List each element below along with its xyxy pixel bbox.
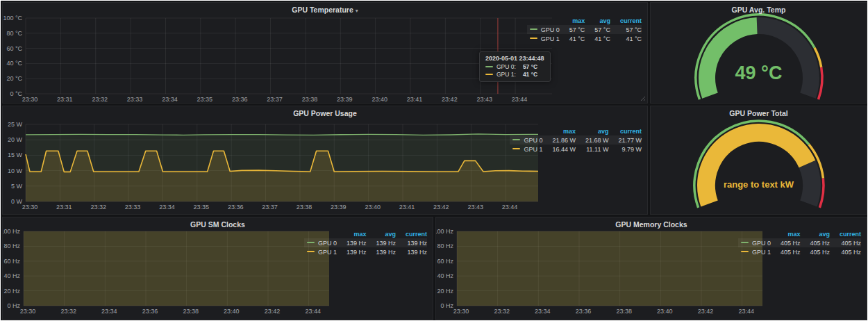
legend-series-gpu-0[interactable]: GPU 0	[738, 238, 771, 247]
tooltip-series-value: 41 °C	[523, 71, 537, 78]
legend-value: 405 Hz	[830, 247, 861, 256]
tooltip-timestamp: 2020-05-01 23:44:48	[485, 55, 544, 62]
gpu_power_usage-plot[interactable]: 0 W5 W10 W15 W20 W25 W23:3023:3123:3223:…	[3, 106, 647, 214]
x-axis-tick: 23:37	[262, 204, 278, 211]
legend-row: GPU 1405 Hz405 Hz405 Hz	[738, 247, 861, 256]
legend-row: GPU 0405 Hz405 Hz405 Hz	[738, 238, 861, 247]
x-axis-tick: 23:42	[442, 96, 458, 103]
x-axis-tick: 23:31	[56, 204, 72, 211]
chevron-down-icon[interactable]: ▾	[356, 8, 358, 14]
series-dash-icon	[307, 242, 315, 243]
y-axis-tick: 10 W	[8, 167, 23, 174]
legend-value: 405 Hz	[771, 247, 801, 256]
panel-header-gpu-temperature[interactable]: GPU Temperature▾	[3, 3, 647, 14]
y-axis-tick: 40 Hz	[437, 272, 453, 279]
legend-series-gpu-0[interactable]: GPU 0	[510, 135, 542, 145]
x-axis-tick: 23:33	[127, 96, 143, 103]
panel-title[interactable]: GPU SM Clocks	[190, 220, 245, 229]
panel-title[interactable]: GPU Power Usage	[293, 109, 357, 117]
y-axis-tick: 15 W	[8, 151, 23, 158]
legend-value: 57 °C	[610, 25, 642, 34]
series-layer	[24, 231, 329, 306]
x-axis-tick: 23:36	[228, 204, 244, 211]
gauge-value: 49 °C	[651, 63, 867, 84]
tooltip-row: GPU 1:41 °C	[485, 71, 544, 78]
panel-gpu-temperature: GPU Temperature▾ 0 °C20 °C40 °C60 °C80 °…	[2, 2, 648, 104]
x-axis-tick: 23:38	[616, 308, 632, 315]
x-axis-tick: 23:36	[232, 96, 248, 103]
legend-row: GPU 021.86 W21.68 W21.77 W	[510, 135, 642, 145]
series-dash-icon	[741, 251, 749, 252]
legend-row: GPU 141 °C41 °C41 °C	[527, 34, 642, 43]
legend-series-gpu-1[interactable]: GPU 1	[304, 247, 337, 256]
legend-value: 405 Hz	[771, 238, 801, 247]
x-axis-tick: 23:40	[372, 96, 387, 103]
series-dash-icon	[485, 74, 493, 75]
y-axis-tick: 20 Hz	[3, 288, 20, 295]
y-axis-tick: 0 Hz	[7, 302, 20, 309]
legend-col-spacer	[738, 230, 771, 238]
panel-resize-handle[interactable]	[640, 96, 646, 101]
x-axis-tick: 23:42	[698, 308, 714, 315]
x-axis-tick: 23:34	[101, 308, 117, 315]
legend-col-header-max[interactable]: max	[771, 230, 801, 238]
y-axis-tick: 40 Hz	[3, 272, 20, 279]
legend-gpu-sm-clocks: maxavgcurrentGPU 0139 Hz139 Hz139 HzGPU …	[304, 230, 427, 256]
legend-value: 139 Hz	[366, 238, 396, 247]
x-axis-tick: 23:34	[535, 308, 551, 315]
legend-gpu-power-usage: maxavgcurrentGPU 021.86 W21.68 W21.77 WG…	[510, 127, 642, 154]
series-dash-icon	[530, 38, 537, 39]
legend-col-header-max[interactable]: max	[560, 17, 585, 25]
tooltip-series-name: GPU 0:	[496, 63, 516, 70]
legend-series-gpu-1[interactable]: GPU 1	[738, 247, 771, 256]
legend-value: 57 °C	[560, 25, 585, 34]
legend-col-header-avg[interactable]: avg	[585, 17, 610, 25]
panel-header-gpu-avg-temp[interactable]: GPU Avg. Temp	[651, 3, 867, 14]
panel-title[interactable]: GPU Power Total	[729, 109, 787, 117]
x-axis-tick: 23:32	[60, 308, 76, 315]
legend-col-header-avg[interactable]: avg	[576, 127, 609, 135]
y-axis-tick: 80 Hz	[437, 242, 453, 249]
panel-header-gpu-sm-clocks[interactable]: GPU SM Clocks	[3, 217, 433, 229]
legend-series-gpu-0[interactable]: GPU 0	[527, 25, 560, 34]
x-axis-tick: 23:30	[453, 308, 469, 315]
x-axis-tick: 23:44	[305, 308, 321, 315]
series-layer	[457, 231, 762, 306]
legend-col-header-current[interactable]: current	[610, 17, 642, 25]
legend-series-gpu-1[interactable]: GPU 1	[510, 145, 542, 154]
panel-header-gpu-power-total[interactable]: GPU Power Total	[651, 106, 867, 117]
series-dash-icon	[485, 66, 493, 67]
series-dash-icon	[307, 251, 315, 252]
legend-col-header-avg[interactable]: avg	[800, 230, 830, 238]
x-axis-tick: 23:41	[407, 96, 423, 103]
x-axis-tick: 23:40	[657, 308, 673, 315]
legend-col-header-max[interactable]: max	[337, 230, 367, 238]
panel-title[interactable]: GPU Memory Clocks	[615, 220, 687, 229]
legend-value: 41 °C	[560, 34, 585, 43]
tooltip-series-value: 57 °C	[523, 63, 537, 70]
legend-col-header-current[interactable]: current	[608, 127, 642, 135]
x-axis-tick: 23:38	[302, 96, 318, 103]
legend-value: 21.86 W	[542, 135, 576, 145]
legend-col-header-current[interactable]: current	[830, 230, 861, 238]
legend-col-spacer	[304, 230, 337, 238]
legend-col-header-avg[interactable]: avg	[366, 230, 396, 238]
legend-col-header-max[interactable]: max	[542, 127, 576, 135]
legend-row: GPU 116.44 W11.11 W9.79 W	[510, 145, 642, 154]
panel-header-gpu-power-usage[interactable]: GPU Power Usage	[3, 106, 647, 117]
y-axis-tick: 20 Hz	[437, 288, 453, 295]
panel-title[interactable]: GPU Avg. Temp	[732, 6, 786, 14]
x-axis-tick: 23:37	[267, 96, 283, 103]
legend-value: 405 Hz	[800, 247, 830, 256]
panel-header-gpu-memory-clocks[interactable]: GPU Memory Clocks	[436, 217, 867, 229]
legend-col-header-current[interactable]: current	[396, 230, 427, 238]
legend-row: GPU 0139 Hz139 Hz139 Hz	[304, 238, 427, 247]
legend-series-gpu-1[interactable]: GPU 1	[527, 34, 560, 43]
x-axis-tick: 23:34	[159, 204, 175, 211]
panel-title[interactable]: GPU Temperature	[292, 6, 353, 14]
x-axis-tick: 23:30	[20, 308, 36, 315]
legend-value: 16.44 W	[542, 145, 576, 154]
series-fill-gpu-1	[24, 231, 329, 306]
x-axis-tick: 23:36	[576, 308, 592, 315]
legend-series-gpu-0[interactable]: GPU 0	[304, 238, 337, 247]
